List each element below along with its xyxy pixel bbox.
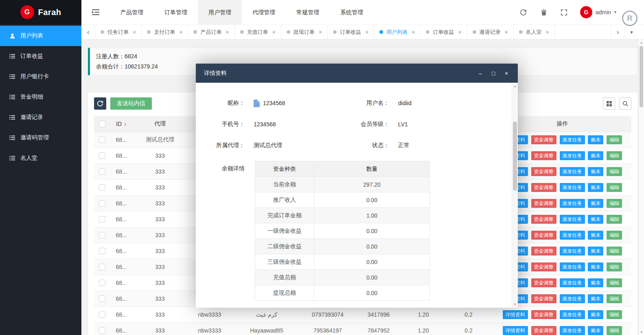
- sidebar-item[interactable]: 名人堂: [0, 148, 81, 168]
- sidebar-collapse-icon[interactable]: [81, 9, 110, 15]
- ledger-button[interactable]: 账本: [588, 247, 603, 256]
- maximize-icon[interactable]: □: [490, 70, 497, 77]
- dispatch-task-button[interactable]: 派发任务: [560, 278, 585, 287]
- tab[interactable]: 支付订单 ×: [142, 25, 188, 39]
- edit-button[interactable]: 编辑: [607, 294, 622, 303]
- page-scroll-up-icon[interactable]: ▲: [639, 41, 644, 44]
- fullscreen-icon[interactable]: [554, 9, 574, 15]
- edit-button[interactable]: 编辑: [607, 247, 622, 256]
- top-menu-item[interactable]: 系统管理: [330, 0, 374, 24]
- edit-button[interactable]: 编辑: [607, 135, 622, 144]
- modal-scrollbar-thumb[interactable]: [513, 121, 517, 191]
- fund-adjust-button[interactable]: 资金调整: [531, 231, 556, 240]
- grid-view-icon[interactable]: [603, 97, 615, 110]
- dispatch-task-button[interactable]: 派发任务: [560, 247, 585, 256]
- dispatch-task-button[interactable]: 派发任务: [560, 294, 585, 303]
- page-scrollbar[interactable]: ▲ ▼: [638, 40, 644, 335]
- tabs-scroll-right-button[interactable]: ›: [611, 25, 624, 39]
- tab[interactable]: 提现订单 ×: [281, 25, 328, 39]
- dispatch-task-button[interactable]: 派发任务: [560, 135, 585, 144]
- top-menu-item[interactable]: 常规管理: [286, 0, 330, 24]
- sort-desc-icon[interactable]: ▼: [124, 124, 127, 126]
- edit-button[interactable]: 编辑: [607, 278, 622, 287]
- edit-button[interactable]: 编辑: [607, 326, 622, 335]
- page-scrollbar-thumb[interactable]: [640, 46, 643, 107]
- edit-button[interactable]: 编辑: [607, 183, 622, 192]
- tab-close-icon[interactable]: ×: [226, 29, 229, 35]
- fund-adjust-button[interactable]: 资金调整: [531, 310, 556, 319]
- scroll-down-icon[interactable]: ▼: [512, 303, 518, 306]
- tab[interactable]: 产品订单 ×: [188, 25, 234, 39]
- dispatch-task-button[interactable]: 派发任务: [560, 231, 585, 240]
- top-menu-item[interactable]: 订单管理: [154, 0, 198, 24]
- dispatch-task-button[interactable]: 派发任务: [560, 310, 585, 319]
- file-icon[interactable]: [254, 99, 260, 107]
- dispatch-task-button[interactable]: 派发任务: [560, 215, 585, 224]
- ledger-button[interactable]: 账本: [588, 326, 603, 335]
- tabs-menu-button[interactable]: ▾: [624, 25, 638, 39]
- row-checkbox[interactable]: [99, 327, 105, 334]
- scroll-up-icon[interactable]: ▲: [512, 85, 518, 88]
- row-checkbox[interactable]: [99, 248, 105, 254]
- row-checkbox[interactable]: [99, 232, 105, 238]
- tab-close-icon[interactable]: ×: [458, 29, 461, 35]
- modal-header[interactable]: 详情资料 – □ ×: [196, 64, 518, 83]
- row-checkbox[interactable]: [99, 216, 105, 223]
- ledger-button[interactable]: 账本: [588, 262, 603, 271]
- ledger-button[interactable]: 账本: [588, 183, 603, 192]
- row-checkbox[interactable]: [99, 280, 105, 286]
- ledger-button[interactable]: 账本: [588, 310, 603, 319]
- tab-close-icon[interactable]: ×: [179, 29, 182, 35]
- fund-adjust-button[interactable]: 资金调整: [531, 278, 556, 287]
- tab[interactable]: 邀请记录 ×: [467, 25, 514, 39]
- user-avatar[interactable]: G: [580, 6, 592, 18]
- modal-scrollbar[interactable]: ▲ ▼: [512, 83, 518, 308]
- fund-adjust-button[interactable]: 资金调整: [531, 262, 556, 271]
- tab-close-icon[interactable]: ×: [412, 29, 415, 35]
- dispatch-task-button[interactable]: 派发任务: [560, 199, 585, 208]
- fund-adjust-button[interactable]: 资金调整: [531, 199, 556, 208]
- column-header-id[interactable]: ID▲▼: [110, 116, 133, 132]
- page-scroll-down-icon[interactable]: ▼: [639, 331, 644, 333]
- row-checkbox[interactable]: [99, 311, 105, 318]
- sort-icons[interactable]: ▲▼: [124, 122, 127, 126]
- admin-dropdown-caret-icon[interactable]: ▼: [613, 10, 617, 14]
- sidebar-item[interactable]: 用户列表: [0, 26, 81, 46]
- tabs-scroll-left-button[interactable]: ‹: [81, 25, 95, 39]
- sidebar-item[interactable]: 用户银行卡: [0, 66, 81, 87]
- fund-adjust-button[interactable]: 资金调整: [531, 247, 556, 256]
- detail-button[interactable]: 详情资料: [503, 326, 528, 335]
- tab[interactable]: 名人堂 ×: [514, 25, 555, 39]
- dispatch-task-button[interactable]: 派发任务: [560, 326, 585, 335]
- minimize-icon[interactable]: –: [477, 70, 484, 77]
- tab-close-icon[interactable]: ×: [505, 29, 508, 35]
- trash-icon[interactable]: [534, 9, 554, 15]
- top-menu-item[interactable]: 产品管理: [110, 0, 154, 24]
- fund-adjust-button[interactable]: 资金调整: [531, 151, 556, 160]
- edit-button[interactable]: 编辑: [607, 199, 622, 208]
- tab[interactable]: 充值订单 ×: [235, 25, 281, 39]
- close-icon[interactable]: ×: [503, 70, 510, 77]
- ledger-button[interactable]: 账本: [588, 151, 603, 160]
- tab-close-icon[interactable]: ×: [272, 29, 276, 35]
- send-message-button[interactable]: 发送站内信: [110, 97, 152, 110]
- row-checkbox[interactable]: [99, 137, 105, 143]
- top-menu-item[interactable]: 代理管理: [242, 0, 286, 24]
- tab-close-icon[interactable]: ×: [319, 29, 322, 35]
- edit-button[interactable]: 编辑: [607, 167, 622, 176]
- edit-button[interactable]: 编辑: [607, 151, 622, 160]
- fund-adjust-button[interactable]: 资金调整: [531, 183, 556, 192]
- dispatch-task-button[interactable]: 派发任务: [560, 151, 585, 160]
- detail-button[interactable]: 详情资料: [503, 310, 528, 319]
- ledger-button[interactable]: 账本: [588, 294, 603, 303]
- edit-button[interactable]: 编辑: [607, 215, 622, 224]
- row-checkbox[interactable]: [99, 184, 105, 191]
- dispatch-task-button[interactable]: 派发任务: [560, 183, 585, 192]
- fund-adjust-button[interactable]: 资金调整: [531, 167, 556, 176]
- row-checkbox[interactable]: [99, 200, 105, 207]
- sidebar-item[interactable]: 资金明细: [0, 87, 81, 107]
- tab[interactable]: 订单收益 ×: [328, 25, 374, 39]
- admin-username[interactable]: admin: [596, 9, 611, 15]
- ledger-button[interactable]: 账本: [588, 167, 603, 176]
- edit-button[interactable]: 编辑: [607, 262, 622, 271]
